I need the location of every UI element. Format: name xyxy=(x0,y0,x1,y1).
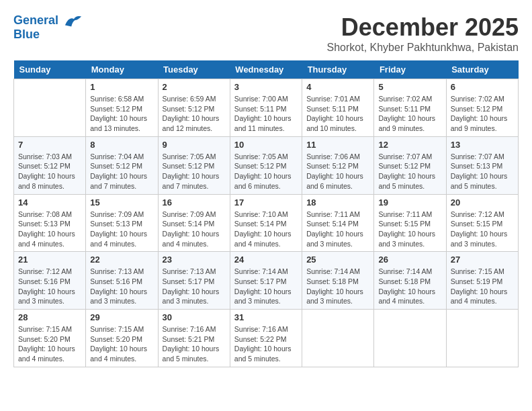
day-number: 13 xyxy=(451,140,514,150)
day-number: 30 xyxy=(163,312,226,322)
logo-blue: Blue xyxy=(13,28,83,42)
day-info: Sunrise: 7:08 AMSunset: 5:13 PMDaylight:… xyxy=(18,210,81,249)
day-number: 12 xyxy=(378,140,441,150)
day-number: 14 xyxy=(18,197,81,208)
day-info: Sunrise: 7:06 AMSunset: 5:12 PMDaylight:… xyxy=(306,152,369,191)
day-number: 1 xyxy=(90,82,153,92)
calendar-cell: 9 Sunrise: 7:05 AMSunset: 5:12 PMDayligh… xyxy=(158,136,230,194)
day-number: 15 xyxy=(90,197,153,208)
calendar-cell: 25 Sunrise: 7:14 AMSunset: 5:18 PMDaylig… xyxy=(302,252,374,310)
day-number: 8 xyxy=(90,140,153,150)
calendar-cell: 3 Sunrise: 7:00 AMSunset: 5:11 PMDayligh… xyxy=(230,79,302,137)
day-info: Sunrise: 7:15 AMSunset: 5:20 PMDaylight:… xyxy=(90,324,153,364)
day-number: 10 xyxy=(234,140,298,150)
calendar-cell xyxy=(302,310,374,367)
calendar-cell: 8 Sunrise: 7:04 AMSunset: 5:12 PMDayligh… xyxy=(86,136,158,194)
day-number: 7 xyxy=(18,140,81,150)
logo-bird-icon xyxy=(64,13,83,28)
calendar-cell: 10 Sunrise: 7:05 AMSunset: 5:12 PMDaylig… xyxy=(230,136,302,194)
day-number: 31 xyxy=(234,312,298,322)
day-info: Sunrise: 7:11 AMSunset: 5:15 PMDaylight:… xyxy=(378,210,441,249)
day-number: 21 xyxy=(18,255,81,265)
day-number: 22 xyxy=(90,255,153,265)
day-number: 24 xyxy=(234,255,298,265)
calendar-cell: 20 Sunrise: 7:12 AMSunset: 5:15 PMDaylig… xyxy=(446,194,518,252)
calendar-cell xyxy=(446,310,518,367)
month-title: December 2025 xyxy=(327,13,519,42)
calendar-cell: 7 Sunrise: 7:03 AMSunset: 5:12 PMDayligh… xyxy=(14,136,86,194)
calendar-cell: 4 Sunrise: 7:01 AMSunset: 5:11 PMDayligh… xyxy=(302,79,374,137)
day-number: 26 xyxy=(378,255,441,265)
day-info: Sunrise: 7:09 AMSunset: 5:13 PMDaylight:… xyxy=(90,210,153,249)
calendar-cell: 6 Sunrise: 7:02 AMSunset: 5:12 PMDayligh… xyxy=(446,79,518,137)
calendar-cell: 13 Sunrise: 7:07 AMSunset: 5:13 PMDaylig… xyxy=(446,136,518,194)
day-info: Sunrise: 7:13 AMSunset: 5:16 PMDaylight:… xyxy=(90,267,153,306)
day-info: Sunrise: 7:07 AMSunset: 5:13 PMDaylight:… xyxy=(451,152,514,191)
calendar-week-4: 21 Sunrise: 7:12 AMSunset: 5:16 PMDaylig… xyxy=(14,252,519,310)
title-section: December 2025 Shorkot, Khyber Pakhtunkhw… xyxy=(327,13,519,54)
day-number: 25 xyxy=(306,255,369,265)
day-number: 4 xyxy=(306,82,369,92)
weekday-header-saturday: Saturday xyxy=(446,60,518,79)
calendar-week-2: 7 Sunrise: 7:03 AMSunset: 5:12 PMDayligh… xyxy=(14,136,519,194)
day-number: 6 xyxy=(451,82,514,92)
weekday-header-row: SundayMondayTuesdayWednesdayThursdayFrid… xyxy=(14,60,519,79)
calendar-cell: 17 Sunrise: 7:10 AMSunset: 5:14 PMDaylig… xyxy=(230,194,302,252)
day-number: 11 xyxy=(306,140,369,150)
day-number: 16 xyxy=(163,197,226,208)
day-info: Sunrise: 7:12 AMSunset: 5:16 PMDaylight:… xyxy=(18,267,81,306)
weekday-header-friday: Friday xyxy=(374,60,446,79)
day-number: 23 xyxy=(163,255,226,265)
day-info: Sunrise: 7:02 AMSunset: 5:11 PMDaylight:… xyxy=(378,94,441,134)
location-title: Shorkot, Khyber Pakhtunkhwa, Pakistan xyxy=(327,42,519,54)
day-info: Sunrise: 7:15 AMSunset: 5:20 PMDaylight:… xyxy=(18,324,81,364)
day-number: 28 xyxy=(18,312,81,322)
day-number: 5 xyxy=(378,82,441,92)
calendar-cell: 15 Sunrise: 7:09 AMSunset: 5:13 PMDaylig… xyxy=(86,194,158,252)
weekday-header-sunday: Sunday xyxy=(14,60,86,79)
calendar-cell: 22 Sunrise: 7:13 AMSunset: 5:16 PMDaylig… xyxy=(86,252,158,310)
calendar-cell: 23 Sunrise: 7:13 AMSunset: 5:17 PMDaylig… xyxy=(158,252,230,310)
calendar-week-5: 28 Sunrise: 7:15 AMSunset: 5:20 PMDaylig… xyxy=(14,310,519,367)
calendar-cell: 2 Sunrise: 6:59 AMSunset: 5:12 PMDayligh… xyxy=(158,79,230,137)
day-number: 2 xyxy=(163,82,226,92)
calendar-cell xyxy=(14,79,86,137)
calendar-week-1: 1 Sunrise: 6:58 AMSunset: 5:12 PMDayligh… xyxy=(14,79,519,137)
day-info: Sunrise: 7:10 AMSunset: 5:14 PMDaylight:… xyxy=(234,210,298,249)
calendar-cell: 18 Sunrise: 7:11 AMSunset: 5:14 PMDaylig… xyxy=(302,194,374,252)
day-number: 27 xyxy=(451,255,514,265)
day-number: 9 xyxy=(163,140,226,150)
calendar-cell: 16 Sunrise: 7:09 AMSunset: 5:14 PMDaylig… xyxy=(158,194,230,252)
day-info: Sunrise: 7:04 AMSunset: 5:12 PMDaylight:… xyxy=(90,152,153,191)
calendar-week-3: 14 Sunrise: 7:08 AMSunset: 5:13 PMDaylig… xyxy=(14,194,519,252)
day-number: 17 xyxy=(234,197,298,208)
day-info: Sunrise: 7:14 AMSunset: 5:18 PMDaylight:… xyxy=(306,267,369,306)
logo-text: General xyxy=(13,13,83,28)
calendar-cell: 26 Sunrise: 7:14 AMSunset: 5:18 PMDaylig… xyxy=(374,252,446,310)
weekday-header-wednesday: Wednesday xyxy=(230,60,302,79)
calendar-cell: 29 Sunrise: 7:15 AMSunset: 5:20 PMDaylig… xyxy=(86,310,158,367)
day-info: Sunrise: 7:00 AMSunset: 5:11 PMDaylight:… xyxy=(234,94,298,134)
day-info: Sunrise: 7:03 AMSunset: 5:12 PMDaylight:… xyxy=(18,152,81,191)
day-info: Sunrise: 7:14 AMSunset: 5:17 PMDaylight:… xyxy=(234,267,298,306)
calendar-cell: 19 Sunrise: 7:11 AMSunset: 5:15 PMDaylig… xyxy=(374,194,446,252)
day-info: Sunrise: 6:58 AMSunset: 5:12 PMDaylight:… xyxy=(90,94,153,134)
day-info: Sunrise: 7:14 AMSunset: 5:18 PMDaylight:… xyxy=(378,267,441,306)
day-info: Sunrise: 7:02 AMSunset: 5:12 PMDaylight:… xyxy=(451,94,514,134)
day-info: Sunrise: 6:59 AMSunset: 5:12 PMDaylight:… xyxy=(163,94,226,134)
day-info: Sunrise: 7:01 AMSunset: 5:11 PMDaylight:… xyxy=(306,94,369,134)
day-number: 3 xyxy=(234,82,298,92)
calendar-cell: 12 Sunrise: 7:07 AMSunset: 5:12 PMDaylig… xyxy=(374,136,446,194)
day-info: Sunrise: 7:05 AMSunset: 5:12 PMDaylight:… xyxy=(163,152,226,191)
day-info: Sunrise: 7:16 AMSunset: 5:22 PMDaylight:… xyxy=(234,324,298,364)
logo: General Blue xyxy=(13,13,83,42)
calendar-cell: 27 Sunrise: 7:15 AMSunset: 5:19 PMDaylig… xyxy=(446,252,518,310)
day-info: Sunrise: 7:09 AMSunset: 5:14 PMDaylight:… xyxy=(163,210,226,249)
day-info: Sunrise: 7:15 AMSunset: 5:19 PMDaylight:… xyxy=(451,267,514,306)
calendar-cell: 21 Sunrise: 7:12 AMSunset: 5:16 PMDaylig… xyxy=(14,252,86,310)
weekday-header-monday: Monday xyxy=(86,60,158,79)
header: General Blue December 2025 Shorkot, Khyb… xyxy=(13,13,519,54)
day-info: Sunrise: 7:05 AMSunset: 5:12 PMDaylight:… xyxy=(234,152,298,191)
calendar-cell: 5 Sunrise: 7:02 AMSunset: 5:11 PMDayligh… xyxy=(374,79,446,137)
day-info: Sunrise: 7:13 AMSunset: 5:17 PMDaylight:… xyxy=(163,267,226,306)
